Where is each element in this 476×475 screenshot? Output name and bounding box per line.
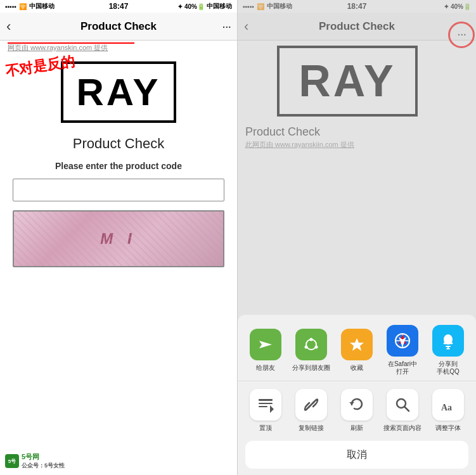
svg-rect-17 — [259, 399, 273, 401]
share-item-refresh[interactable]: 刷新 — [335, 389, 378, 432]
share-label-safari: 在Safari中 打开 — [388, 360, 417, 376]
share-label-pin: 置顶 — [259, 424, 272, 432]
more-button-left[interactable]: ··· — [222, 19, 231, 34]
share-row-2: 置顶 复制链接 — [238, 381, 476, 437]
svg-rect-18 — [259, 403, 273, 404]
watermark-left: 5号 5号网 公众号：5号女性 — [5, 452, 65, 470]
url-underline — [8, 42, 134, 44]
left-panel: ▪▪▪▪▪ 🛜 中国移动 18:47 ✦ 40%🔋 中国移动 ‹ Product… — [0, 0, 238, 475]
share-item-font[interactable]: Aa 调整字体 — [427, 389, 470, 432]
share-icon-friend — [250, 329, 281, 360]
svg-point-2 — [310, 338, 313, 341]
share-icon-qq — [432, 325, 464, 357]
svg-rect-16 — [446, 348, 450, 350]
share-item-collect[interactable]: 收藏 — [338, 329, 376, 372]
carrier2-name: 中国移动 — [207, 2, 232, 11]
share-label-qq: 分享到 手机QQ — [437, 360, 460, 376]
svg-marker-5 — [350, 338, 364, 351]
watermark-sub: 公众号：5号女性 — [22, 462, 65, 470]
share-item-copylink[interactable]: 复制链接 — [290, 389, 333, 432]
svg-point-3 — [315, 346, 318, 349]
share-icon-collect — [341, 329, 373, 360]
svg-line-24 — [404, 407, 409, 411]
cancel-button[interactable]: 取消 — [245, 441, 468, 469]
left-product-title: Product Check — [0, 129, 237, 156]
wifi-icon: 🛜 — [19, 3, 27, 10]
right-status-icons: ✦ 40%🔋 中国移动 — [177, 2, 232, 11]
share-item-moments[interactable]: 分享到朋友圈 — [292, 329, 330, 372]
left-carrier: ▪▪▪▪▪ 🛜 中国移动 — [5, 2, 55, 11]
share-item-safari[interactable]: 在Safari中 打开 — [383, 325, 421, 376]
left-status-bar: ▪▪▪▪▪ 🛜 中国移动 18:47 ✦ 40%🔋 中国移动 — [0, 0, 237, 13]
product-code-input[interactable] — [13, 179, 224, 201]
share-icon-safari — [387, 325, 418, 357]
share-label-search: 搜索页面内容 — [383, 424, 421, 432]
scratch-card: M I — [13, 210, 224, 267]
share-icon-search — [387, 389, 418, 421]
left-ray-logo-box: RAY — [61, 61, 176, 123]
watermark-text: 5号网 公众号：5号女性 — [22, 452, 65, 470]
scratch-overlay — [14, 212, 223, 266]
share-label-copylink: 复制链接 — [299, 424, 324, 432]
share-item-qq[interactable]: 分享到 手机QQ — [429, 325, 467, 376]
share-row-1: 给朋友 分享到朋友圈 — [238, 315, 476, 381]
share-icon-font: Aa — [432, 389, 464, 421]
svg-rect-19 — [259, 406, 267, 407]
share-icon-refresh — [341, 389, 373, 421]
watermark-logo: 5号 — [5, 454, 19, 468]
share-item-pin[interactable]: 置顶 — [244, 389, 287, 432]
share-icon-copylink — [295, 389, 327, 421]
carrier-name: 中国移动 — [29, 2, 55, 11]
battery-icon: 40%🔋 — [184, 3, 205, 10]
svg-point-4 — [305, 346, 308, 349]
cancel-label: 取消 — [347, 448, 367, 462]
share-item-search[interactable]: 搜索页面内容 — [381, 389, 424, 432]
watermark-main: 5号网 — [22, 452, 65, 462]
svg-point-13 — [450, 343, 453, 345]
svg-marker-22 — [349, 402, 354, 405]
left-please-enter: Please enter the product code — [0, 156, 237, 175]
left-nav-bar: ‹ Product Check ··· — [0, 13, 237, 41]
share-label-refresh: 刷新 — [351, 424, 363, 432]
right-panel: ▪▪▪▪▪ 🛜 中国移动 18:47 ✦ 40%🔋 ‹ Product Chec… — [238, 0, 476, 475]
share-label-moments: 分享到朋友圈 — [292, 364, 330, 372]
share-icon-pin — [250, 389, 281, 421]
svg-rect-14 — [446, 346, 451, 347]
left-ray-logo-text: RAY — [76, 71, 160, 113]
signal-icon: ▪▪▪▪▪ — [5, 3, 16, 10]
share-label-friend: 给朋友 — [256, 364, 275, 372]
share-label-font: 调整字体 — [435, 424, 461, 432]
share-item-friend[interactable]: 给朋友 — [247, 329, 285, 372]
share-menu: 给朋友 分享到朋友圈 — [238, 315, 476, 475]
svg-point-12 — [444, 343, 447, 345]
svg-text:Aa: Aa — [441, 403, 452, 412]
left-nav-title: Product Check — [80, 20, 157, 33]
svg-marker-20 — [270, 405, 274, 413]
share-label-collect: 收藏 — [351, 364, 363, 372]
time-display: 18:47 — [109, 2, 129, 11]
share-icon-moments — [295, 329, 327, 360]
svg-marker-0 — [259, 341, 272, 348]
bluetooth-icon: ✦ — [177, 3, 183, 10]
back-button[interactable]: ‹ — [6, 18, 11, 35]
main-container: ▪▪▪▪▪ 🛜 中国移动 18:47 ✦ 40%🔋 中国移动 ‹ Product… — [0, 0, 476, 475]
